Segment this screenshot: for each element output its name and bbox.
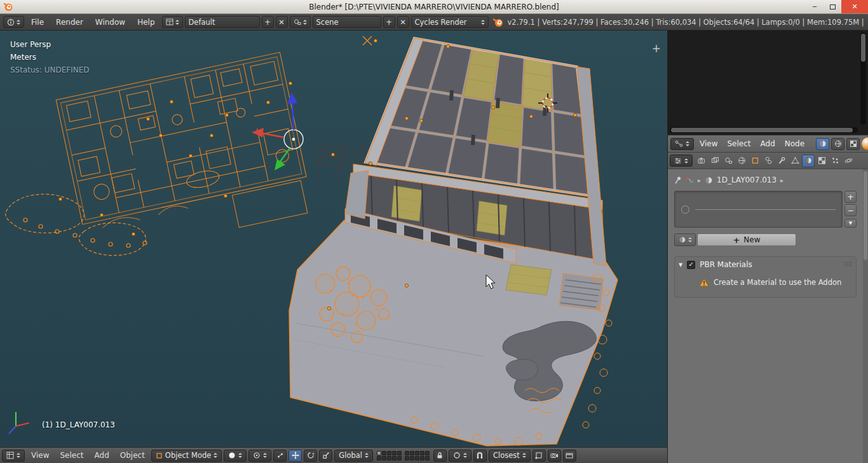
minimize-button[interactable]: ─: [806, 0, 824, 13]
node-select-menu[interactable]: Select: [723, 139, 754, 148]
pivot-point-dropdown[interactable]: [248, 450, 271, 462]
node-editor-type-button[interactable]: [670, 138, 694, 150]
close-button[interactable]: ✕: [841, 0, 868, 13]
proportional-edit-dropdown[interactable]: [449, 450, 471, 462]
material-slot-list[interactable]: [674, 191, 843, 228]
slot-specials-button[interactable]: ▼: [844, 219, 857, 228]
tab-texture[interactable]: [815, 155, 828, 167]
layer-toggle[interactable]: [405, 451, 409, 455]
scene-browse-button[interactable]: [290, 16, 311, 28]
viewport-3d-scene[interactable]: [0, 31, 667, 447]
layer-toggle[interactable]: [415, 456, 419, 460]
menu-window[interactable]: Window: [90, 18, 130, 27]
layer-toggle[interactable]: [425, 456, 430, 460]
menu-help[interactable]: Help: [132, 18, 159, 27]
layer-toggle[interactable]: [425, 451, 430, 455]
tab-physics[interactable]: [842, 155, 855, 167]
scene-lock-toggle[interactable]: [433, 450, 447, 462]
layer-toggle[interactable]: [410, 451, 414, 455]
tab-scene[interactable]: [722, 155, 735, 167]
screen-layout-browse-button[interactable]: [162, 16, 183, 28]
node-add-menu[interactable]: Add: [757, 139, 779, 148]
view-menu[interactable]: View: [27, 451, 53, 460]
pbr-panel-header[interactable]: ▼ ✓ PBR Materials ⠿⠿: [679, 260, 852, 269]
stairs[interactable]: [559, 273, 604, 310]
node-texture-toggle[interactable]: [846, 138, 860, 150]
shader-type-object-toggle[interactable]: [816, 138, 829, 150]
layers-widget[interactable]: [377, 451, 430, 460]
screen-layout-add-button[interactable]: +: [262, 16, 274, 28]
object-menu[interactable]: Object: [116, 451, 149, 460]
snap-toggle[interactable]: [473, 450, 487, 462]
properties-scrollbar[interactable]: [863, 169, 868, 463]
tab-world[interactable]: [735, 155, 748, 167]
node-editor-vscrollbar[interactable]: [860, 32, 866, 125]
manipulator-rotate-toggle[interactable]: [304, 450, 317, 462]
pin-icon[interactable]: [674, 176, 682, 184]
scene-name-field[interactable]: Scene: [313, 16, 381, 28]
manipulate-center-points-toggle[interactable]: [273, 450, 287, 462]
tab-data[interactable]: [789, 155, 801, 167]
select-menu[interactable]: Select: [55, 451, 88, 460]
region-expand-button[interactable]: +: [652, 43, 661, 54]
add-menu[interactable]: Add: [90, 451, 114, 460]
pbr-enable-checkbox[interactable]: ✓: [687, 261, 695, 269]
render-opengl-button[interactable]: [548, 450, 561, 462]
layer-toggle[interactable]: [410, 456, 414, 460]
scene-delete-button[interactable]: ✕: [397, 16, 409, 28]
node-editor-hscrollbar[interactable]: [670, 127, 858, 133]
tab-render-layers[interactable]: [709, 155, 721, 167]
render-engine-dropdown[interactable]: Cycles Render: [411, 16, 489, 28]
panel-grip-icon[interactable]: ⠿⠿: [843, 261, 852, 269]
node-editor-canvas[interactable]: [668, 31, 868, 135]
layer-toggle[interactable]: [382, 456, 386, 460]
snap-target-dropdown[interactable]: Closest: [489, 450, 531, 462]
render-opengl-anim-button[interactable]: [563, 450, 576, 462]
manipulator-scale-toggle[interactable]: [319, 450, 332, 462]
scene-add-button[interactable]: +: [383, 16, 395, 28]
snap-element-button[interactable]: [532, 450, 546, 462]
layer-toggle[interactable]: [382, 451, 386, 455]
node-view-menu[interactable]: View: [696, 139, 721, 148]
layer-toggle[interactable]: [377, 451, 381, 455]
screen-layout-delete-button[interactable]: ✕: [276, 16, 288, 28]
tab-render[interactable]: [695, 155, 708, 167]
slot-add-button[interactable]: +: [844, 191, 857, 203]
panel-collapse-icon[interactable]: ▼: [679, 262, 682, 268]
tab-particles[interactable]: [829, 155, 841, 167]
transform-orientation-dropdown[interactable]: Global: [334, 450, 373, 462]
layer-toggle[interactable]: [420, 456, 424, 460]
layer-toggle[interactable]: [387, 456, 391, 460]
material-new-button[interactable]: + New: [697, 233, 796, 246]
tab-modifiers[interactable]: [775, 155, 788, 167]
shader-type-world-toggle[interactable]: [831, 138, 844, 150]
layer-toggle[interactable]: [377, 456, 381, 460]
tab-constraints[interactable]: [762, 155, 775, 167]
tab-material[interactable]: [802, 155, 815, 167]
properties-editor-type-button[interactable]: [670, 155, 693, 167]
nodetree-icon[interactable]: [686, 176, 694, 184]
layer-toggle[interactable]: [392, 451, 397, 455]
layer-toggle[interactable]: [397, 451, 402, 455]
viewport-3d[interactable]: User Persp Meters SStatus: UNDEFINED (1)…: [0, 31, 667, 447]
info-editor-type-button[interactable]: [3, 16, 24, 28]
layer-toggle[interactable]: [392, 456, 397, 460]
mode-dropdown[interactable]: Object Mode: [151, 450, 222, 462]
viewport-shading-dropdown[interactable]: [224, 450, 247, 462]
breadcrumb-id[interactable]: 1D_LAY007.013: [717, 176, 776, 184]
menu-render[interactable]: Render: [51, 18, 88, 27]
viewport-editor-type-button[interactable]: [2, 450, 25, 462]
tab-object[interactable]: [749, 155, 761, 167]
layer-toggle[interactable]: [415, 451, 419, 455]
layer-toggle[interactable]: [420, 451, 424, 455]
layer-toggle[interactable]: [405, 456, 409, 460]
manipulator-translate-toggle[interactable]: [288, 450, 302, 462]
maximize-button[interactable]: [824, 0, 841, 13]
screen-layout-name-field[interactable]: Default: [185, 16, 260, 28]
slot-remove-button[interactable]: −: [844, 204, 857, 216]
menu-file[interactable]: File: [26, 18, 49, 27]
node-node-menu[interactable]: Node: [781, 139, 808, 148]
material-browse-button[interactable]: [674, 233, 696, 246]
layer-toggle[interactable]: [397, 456, 402, 460]
layer-toggle[interactable]: [387, 451, 391, 455]
